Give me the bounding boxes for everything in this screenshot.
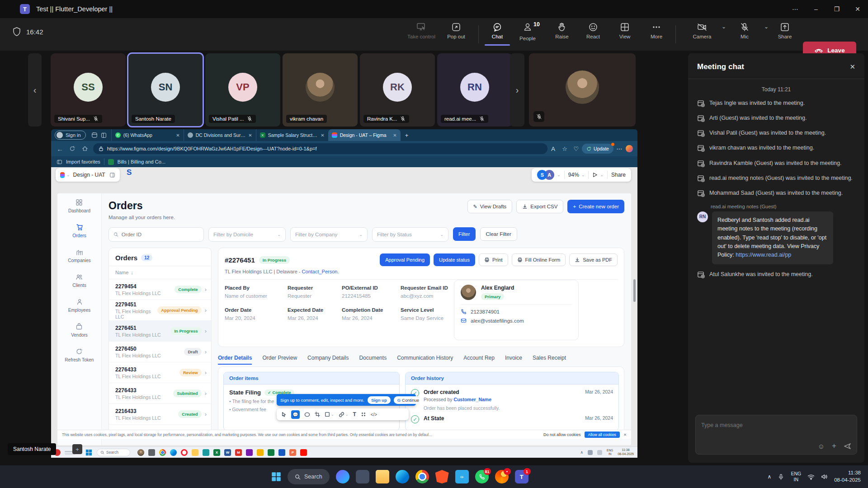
order-id-input[interactable] (122, 232, 199, 237)
privacy-policy-link[interactable]: https://www.read.ai/pp (736, 252, 791, 258)
user-app-icon[interactable] (137, 449, 144, 456)
browser-signin-button[interactable]: Sign in (55, 131, 86, 140)
order-row[interactable]: 2276433TL Flex Holdings LLCSubmitted› (109, 383, 211, 404)
rect-tool-icon[interactable]: ⌄ (325, 412, 334, 417)
tab-account-rep[interactable]: Account Rep (463, 355, 495, 365)
tray-chevron-icon[interactable]: ∧ (580, 450, 584, 455)
excel-icon[interactable]: X (213, 449, 220, 456)
contact-person-link[interactable]: Contact_Person. (302, 269, 339, 274)
windows-start-button[interactable] (271, 472, 281, 482)
favorites-import[interactable]: Import favorites (66, 159, 100, 164)
favorites-bookmark[interactable]: Bills | Billing and Co... (118, 159, 165, 164)
tab-order-preview[interactable]: Order Preview (262, 355, 297, 365)
deny-cookies-button[interactable]: Do not allow cookies (543, 432, 581, 437)
order-row[interactable]: 2276450TL Flex Holdings LLCDraft› (109, 342, 211, 362)
tab-communication-history[interactable]: Communication History (397, 355, 453, 365)
participant-tile[interactable]: vikram chavan (283, 53, 358, 127)
browser-tab[interactable]: ✆ (6) WhatsApp✕ (111, 129, 184, 141)
figma-share-button[interactable]: Share (611, 172, 626, 178)
edge-icon[interactable] (396, 470, 409, 483)
browser-profile-avatar[interactable] (626, 145, 633, 152)
file-explorer-icon[interactable] (376, 470, 389, 483)
participant-tile[interactable]: RN read.ai mee... (437, 53, 512, 127)
chevron-down-icon[interactable]: ⌄ (557, 173, 561, 177)
customer-link[interactable]: Customer_Name (454, 397, 491, 402)
canvas-scrollbar[interactable] (633, 279, 636, 302)
clear-filter-button[interactable]: Clear Filter (480, 227, 517, 241)
tab-close-icon[interactable]: ✕ (393, 133, 396, 138)
text-tool-icon[interactable]: T (353, 411, 356, 418)
people-button[interactable]: 10 People (514, 22, 542, 41)
emoji-icon[interactable]: ☺ (818, 442, 825, 450)
react-button[interactable]: React (580, 22, 606, 39)
signup-button[interactable]: Sign up (368, 396, 391, 404)
fill-online-form-button[interactable]: Fill Online Form (512, 253, 566, 266)
gmail-icon[interactable]: M (235, 449, 242, 456)
export-csv-button[interactable]: Export CSV (516, 200, 563, 213)
vscode-icon[interactable]: ‹› (455, 470, 469, 483)
chevron-down-icon[interactable]: ⌄ (600, 173, 604, 177)
workspaces-icon[interactable] (91, 132, 98, 138)
tab-close-icon[interactable]: ✕ (321, 133, 324, 138)
sidebar-item-companies[interactable]: Companies (68, 249, 91, 263)
maximize-icon[interactable]: ❐ (826, 0, 847, 18)
tab-sales-receipt[interactable]: Sales Receipt (533, 355, 566, 365)
clock[interactable]: 11:3808-04-2025 (834, 469, 861, 483)
view-drafts-button[interactable]: ✎View Drafts (467, 200, 513, 213)
app-icon[interactable] (246, 449, 253, 456)
mic-dropdown-icon[interactable]: ⌄ (764, 23, 769, 30)
wifi-icon[interactable] (807, 474, 815, 480)
vertical-tabs-icon[interactable] (101, 132, 107, 138)
cookie-close-icon[interactable]: ✕ (623, 432, 627, 437)
sidebar-item-orders[interactable]: Orders (72, 224, 86, 238)
order-row[interactable]: 2279451TL Flex Holdings LLCApproval Pend… (109, 300, 211, 321)
contact-email-row[interactable]: alex@vstatefilings.com (461, 318, 572, 324)
zoom-level[interactable]: 94% (568, 172, 579, 178)
browser-menu-icon[interactable]: ⋯ (613, 145, 625, 152)
browser-tab-active[interactable]: Design - UAT – Figma✕ (328, 129, 401, 141)
filter-button[interactable]: Filter (453, 227, 476, 241)
word-icon[interactable]: W (224, 449, 231, 456)
sidebar-item-employees[interactable]: Employees (68, 298, 90, 313)
chrome-icon[interactable] (415, 470, 429, 483)
save-as-pdf-button[interactable]: Save as PDF (569, 253, 618, 266)
whatsapp-icon[interactable]: 81 (475, 470, 489, 483)
tray-mic-icon[interactable] (778, 474, 784, 480)
tray-chevron-icon[interactable]: ∧ (768, 474, 772, 480)
taskbar-search[interactable]: Search (288, 469, 330, 484)
camera-dropdown-icon[interactable]: ⌄ (722, 23, 726, 30)
refresh-icon[interactable] (69, 145, 75, 152)
strip-scroll-right[interactable]: › (510, 53, 524, 127)
word-icon[interactable] (278, 449, 285, 456)
strip-scroll-left[interactable]: ‹ (28, 53, 42, 127)
update-status-button[interactable]: Update status (434, 253, 475, 266)
figma-file-pill[interactable]: ⌄ Design - UAT (56, 168, 120, 182)
browser-tab[interactable]: X Sample Salary Structure with calc✕ (256, 129, 328, 141)
shared-search-box[interactable]: Search (97, 449, 130, 456)
create-new-order-button[interactable]: +Create new order (567, 200, 624, 213)
order-row[interactable]: 2216433TL Flex Holdings LLCCreated› (109, 404, 211, 425)
home-icon[interactable] (82, 145, 88, 152)
acrobat-icon[interactable] (300, 449, 307, 456)
volume-icon[interactable] (821, 474, 828, 480)
chevron-down-icon[interactable]: ⌄ (581, 173, 585, 177)
order-row[interactable]: 2276433TL Flex Holdings LLCReview› (109, 362, 211, 383)
stage-participant-tile[interactable] (529, 53, 636, 127)
crop-tool-icon[interactable] (315, 412, 320, 417)
contact-phone-row[interactable]: 2123874901 (461, 309, 572, 314)
edge-icon[interactable] (170, 449, 177, 456)
participant-tile[interactable]: VP Vishal Patil ... (205, 53, 280, 127)
comment-tool-icon[interactable]: 💬 (291, 410, 300, 419)
shared-clock[interactable]: 11:3808-04-2025 (618, 448, 634, 456)
app-icon[interactable] (257, 449, 264, 456)
link-tool-icon[interactable]: ⌄ (339, 412, 349, 418)
folder-icon[interactable] (192, 449, 198, 456)
app-icon[interactable] (203, 449, 209, 456)
pop-out-button[interactable]: Pop out (441, 22, 472, 39)
close-icon[interactable]: ✕ (847, 0, 868, 18)
firefox-icon[interactable]: • (495, 470, 509, 483)
read-aloud-icon[interactable]: A (547, 145, 559, 152)
tab-documents[interactable]: Documents (359, 355, 387, 365)
move-tool-icon[interactable] (281, 412, 287, 417)
powerpoint-icon[interactable]: P (289, 449, 296, 456)
